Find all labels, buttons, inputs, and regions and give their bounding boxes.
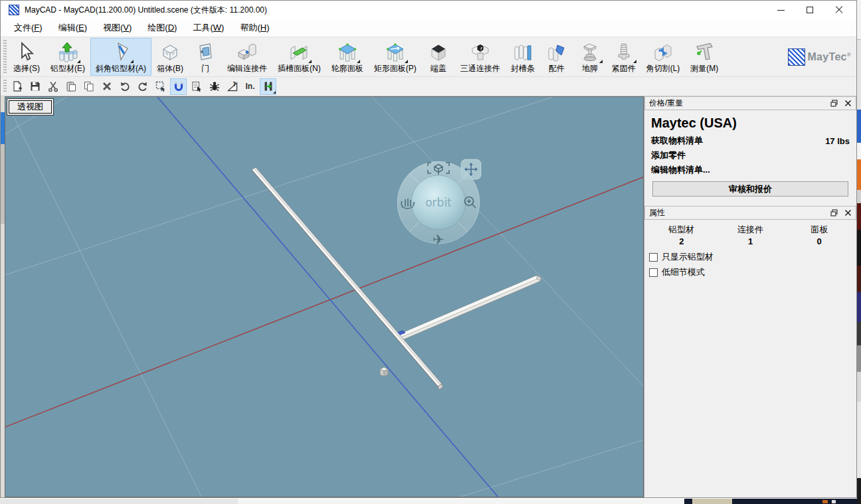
show-only-profiles-checkbox[interactable] [649,253,658,262]
orbit-widget: orbit ✈ [397,159,481,248]
units-inches-button[interactable]: In. [242,78,258,95]
tool-label: 编辑连接件 [227,64,267,74]
close-panel-icon[interactable] [844,100,852,107]
edit-bom-link[interactable]: 编辑物料清单... [651,164,710,176]
grid-select-button[interactable] [152,78,169,95]
measure-caliper-icon [693,41,716,64]
profile-horizontal [400,276,541,339]
view-mode-text: 透视图 [9,100,52,114]
fly-airplane-icon[interactable]: ✈ [432,232,444,248]
menu-tools[interactable]: 工具(W) [185,19,232,37]
redo-button[interactable] [134,78,151,95]
tool-miter-profile[interactable]: 斜角铝型材(A) [90,38,151,76]
tool-label: 封槽条 [511,64,535,74]
grid-select-icon [155,80,167,92]
tool-end-cap[interactable]: 端盖 [422,38,455,76]
tool-measure[interactable]: 测量(M) [685,38,723,76]
tool-corner-cut[interactable]: 角切割(L) [641,38,686,76]
toolbar-grip[interactable] [3,40,7,74]
menu-view[interactable]: 视图(V) [95,19,140,37]
save-button[interactable] [27,78,43,95]
snap-magnet-button[interactable] [170,78,187,95]
tool-cover-strip[interactable]: 封槽条 [506,38,540,76]
dropdown-mark [308,60,312,63]
dropdown-mark [357,60,360,63]
tool-label: 斜角铝型材(A) [96,64,146,74]
get-bom-link[interactable]: 获取物料清单 [651,135,703,147]
dropdown-mark [130,60,134,63]
dropdown-mark [273,91,276,94]
tool-slot-panel[interactable]: 插槽面板(N) [272,38,326,76]
low-detail-checkbox[interactable] [649,268,658,277]
tool-label: 地脚 [582,64,598,74]
tool-accessory[interactable]: 配件 [540,38,573,76]
menu-file[interactable]: 文件(F) [6,19,50,37]
maximize-button[interactable] [795,1,824,19]
price-weight-titlebar: 价格/重量 [644,96,856,110]
new-file-icon [11,80,23,92]
viewport-3d[interactable]: 透视图 [5,96,644,497]
tool-select[interactable]: 选择(S) [8,38,45,76]
close-panel-icon[interactable] [844,209,852,216]
profile-display-button[interactable] [260,78,276,95]
review-quote-button[interactable]: 审核和报价 [652,181,848,197]
measure-help-button[interactable]: ? [224,78,240,95]
tool-label: 插槽面板(N) [278,64,321,74]
copy-icon [83,80,95,92]
cut-button[interactable] [45,78,61,95]
tool-tee-connector[interactable]: 三通连接件 [455,38,506,76]
tool-box[interactable]: 箱体(B) [151,38,189,76]
menu-help[interactable]: 帮助(H) [232,19,277,37]
cut-scissors-icon [47,80,59,92]
tool-profile[interactable]: 铝型材(E) [45,38,90,76]
tool-label: 矩形面板(P) [374,64,417,74]
paste-button[interactable] [62,78,79,95]
scene-canvas: orbit ✈ [5,97,644,497]
axis-y-blue [157,97,499,497]
debug-button[interactable] [206,78,223,95]
fastener-bolt-icon [613,41,635,64]
select-report-button[interactable] [188,78,205,95]
low-detail-option[interactable]: 低细节模式 [649,266,856,278]
page-cursor-icon [191,80,203,92]
edit-connector-icon [236,41,258,64]
menu-draw[interactable]: 绘图(D) [140,19,185,37]
stat-connectors-value: 1 [716,236,785,246]
toolbar-grip[interactable] [3,80,7,93]
tool-label: 三通连接件 [460,64,500,74]
tool-label: 端盖 [430,64,446,74]
registered-mark: ® [847,52,851,58]
tool-fastener[interactable]: 紧固件 [607,38,641,76]
new-file-button[interactable] [9,78,25,95]
contour-panel-icon [336,41,359,64]
properties-panel: 属性 铝型材2 连接件1 面板0 只显示铝型材 低细 [644,206,856,278]
desktop-bottom-edge [0,499,861,504]
slot-panel-icon [288,41,310,64]
copy-button[interactable] [80,78,97,95]
tool-rect-panel[interactable]: 矩形面板(P) [369,38,422,76]
float-panel-icon[interactable] [830,100,838,107]
show-only-profiles-option[interactable]: 只显示铝型材 [649,251,856,263]
float-panel-icon[interactable] [830,209,838,216]
menu-edit[interactable]: 编辑(E) [50,19,95,37]
right-dock: 价格/重量 Maytec (USA) 获取物料清单 17 lbs 添加零件 [644,96,856,497]
undo-icon [119,80,131,92]
tool-contour-panel[interactable]: 轮廓面板 [326,38,369,76]
add-part-link[interactable]: 添加零件 [651,149,686,161]
minimize-button[interactable] [766,1,795,19]
desktop: MayCAD - MayCAD(11.200.00) Untitled.scen… [0,0,861,504]
accessory-icon [545,41,568,64]
close-button[interactable] [824,1,854,19]
stat-panels-value: 0 [785,236,854,246]
view-mode-label: 透视图 [7,98,54,116]
tool-door[interactable]: 门 [189,38,222,76]
undo-button[interactable] [116,78,133,95]
miter-profile-icon [110,41,132,64]
ruler-question-icon: ? [227,80,239,92]
tool-label: 选择(S) [13,64,40,74]
save-icon [29,80,41,92]
tool-foot[interactable]: 地脚 [573,38,607,76]
rect-panel-icon [384,41,407,64]
tool-edit-connector[interactable]: 编辑连接件 [222,38,272,76]
delete-button[interactable] [98,78,115,95]
